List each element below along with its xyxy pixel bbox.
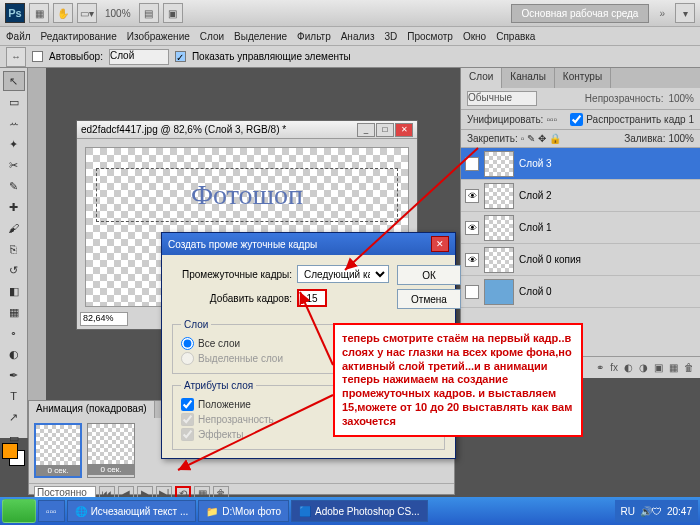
move-tool[interactable]: ↖	[3, 71, 25, 91]
menu-select[interactable]: Выделение	[234, 31, 287, 42]
new-layer-icon[interactable]: ▦	[669, 362, 678, 373]
layer-thumb[interactable]	[484, 247, 514, 273]
chevrons-icon[interactable]: »	[653, 8, 671, 19]
panel-menu-icon[interactable]: ▾	[675, 3, 695, 23]
layer-thumb[interactable]	[484, 183, 514, 209]
minimize-button[interactable]: _	[357, 123, 375, 137]
dialog-titlebar[interactable]: Создать проме жуточные кадры ✕	[162, 233, 455, 255]
maximize-button[interactable]: □	[376, 123, 394, 137]
menu-file[interactable]: Файл	[6, 31, 31, 42]
ok-button[interactable]: ОК	[397, 265, 461, 285]
fg-color[interactable]	[2, 443, 18, 459]
folder-icon[interactable]: ▣	[654, 362, 663, 373]
path-tool[interactable]: ↗	[3, 407, 25, 427]
heal-tool[interactable]: ✚	[3, 197, 25, 217]
layer-thumb[interactable]	[484, 215, 514, 241]
dodge-tool[interactable]: ◐	[3, 344, 25, 364]
type-tool[interactable]: T	[3, 386, 25, 406]
menu-3d[interactable]: 3D	[384, 31, 397, 42]
lasso-tool[interactable]: ꕀ	[3, 113, 25, 133]
eyedropper-tool[interactable]: ✎	[3, 176, 25, 196]
autoselect-dropdown[interactable]: Слой	[109, 49, 169, 65]
task-3[interactable]: 🟦Adobe Photoshop CS...	[291, 500, 428, 522]
tab-channels[interactable]: Каналы	[502, 68, 555, 88]
transform-box[interactable]: Фотошоп	[96, 168, 398, 222]
lang-indicator[interactable]: RU	[621, 506, 635, 517]
mask-icon[interactable]: ◐	[624, 362, 633, 373]
adj-icon[interactable]: ◑	[639, 362, 648, 373]
crop-tool[interactable]: ✂	[3, 155, 25, 175]
menu-window[interactable]: Окно	[463, 31, 486, 42]
eye-icon[interactable]: 👁	[465, 157, 479, 171]
frame-1[interactable]: 0 сек.	[34, 423, 82, 478]
menu-view[interactable]: Просмотр	[407, 31, 453, 42]
doc-zoom-field[interactable]: 82,64%	[80, 312, 128, 326]
menu-analysis[interactable]: Анализ	[341, 31, 375, 42]
layer-thumb[interactable]	[484, 279, 514, 305]
menu-layer[interactable]: Слои	[200, 31, 224, 42]
opacity-value[interactable]: 100%	[668, 93, 694, 104]
tray-icons[interactable]: 🔊🛡	[640, 506, 662, 517]
tab-layers[interactable]: Слои	[461, 68, 502, 88]
layer-name[interactable]: Слой 0	[519, 286, 552, 297]
bridge-icon[interactable]: ▦	[29, 3, 49, 23]
autoselect-checkbox[interactable]	[32, 51, 43, 62]
zoom-sel-icon[interactable]: ▭▾	[77, 3, 97, 23]
trash-icon[interactable]: 🗑	[684, 362, 694, 373]
tab-paths[interactable]: Контуры	[555, 68, 611, 88]
hand-icon[interactable]: ✋	[53, 3, 73, 23]
link-icon[interactable]: ⚭	[596, 362, 604, 373]
layer-row-0copy[interactable]: 👁 Слой 0 копия	[461, 244, 700, 276]
blur-tool[interactable]: ∘	[3, 323, 25, 343]
view-icon[interactable]: ▤	[139, 3, 159, 23]
tab-animation[interactable]: Анимация (покадровая)	[29, 401, 155, 418]
frames-to-add-input[interactable]	[297, 289, 327, 307]
start-button[interactable]	[2, 499, 36, 523]
task-2[interactable]: 📁D:\Мои фото	[198, 500, 289, 522]
brush-tool[interactable]: 🖌	[3, 218, 25, 238]
color-swatch[interactable]	[2, 443, 26, 473]
menu-edit[interactable]: Редактирование	[41, 31, 117, 42]
close-button[interactable]: ✕	[395, 123, 413, 137]
fx-icon[interactable]: fx	[610, 362, 618, 373]
doc-titlebar[interactable]: ed2fadcf4417.jpg @ 82,6% (Слой 3, RGB/8)…	[77, 121, 417, 139]
marquee-tool[interactable]: ▭	[3, 92, 25, 112]
eraser-tool[interactable]: ◧	[3, 281, 25, 301]
collapsed-panels[interactable]	[28, 68, 46, 438]
propagate-checkbox[interactable]	[570, 113, 583, 126]
quicklaunch[interactable]: ▫▫▫	[38, 500, 65, 522]
history-brush-tool[interactable]: ↺	[3, 260, 25, 280]
layer-name[interactable]: Слой 3	[519, 158, 552, 169]
layer-name[interactable]: Слой 2	[519, 190, 552, 201]
frame-2[interactable]: 0 сек.	[87, 423, 135, 478]
dialog-close-icon[interactable]: ✕	[431, 236, 449, 252]
layer-row-3[interactable]: 👁 Слой 3	[461, 148, 700, 180]
layer-name[interactable]: Слой 1	[519, 222, 552, 233]
layer-thumb[interactable]	[484, 151, 514, 177]
eye-icon[interactable]: 👁	[465, 189, 479, 203]
eye-icon[interactable]: 👁	[465, 221, 479, 235]
tween-with-select[interactable]: Следующий кадр	[297, 265, 389, 283]
cancel-button[interactable]: Отмена	[397, 289, 461, 309]
clock[interactable]: 20:47	[667, 506, 692, 517]
eye-icon[interactable]	[465, 285, 479, 299]
menu-image[interactable]: Изображение	[127, 31, 190, 42]
gradient-tool[interactable]: ▦	[3, 302, 25, 322]
frame-delay[interactable]: 0 сек.	[36, 465, 80, 476]
eye-icon[interactable]: 👁	[465, 253, 479, 267]
layer-name[interactable]: Слой 0 копия	[519, 254, 581, 265]
layer-row-1[interactable]: 👁 Слой 1	[461, 212, 700, 244]
menu-filter[interactable]: Фильтр	[297, 31, 331, 42]
workspace-button[interactable]: Основная рабочая среда	[511, 4, 650, 23]
blend-mode-select[interactable]: Обычные	[467, 91, 537, 106]
frame-delay[interactable]: 0 сек.	[88, 464, 134, 475]
screen-mode-icon[interactable]: ▣	[163, 3, 183, 23]
task-1[interactable]: 🌐Исчезающий текст ...	[67, 500, 197, 522]
layer-row-0[interactable]: Слой 0	[461, 276, 700, 308]
fill-value[interactable]: 100%	[668, 133, 694, 144]
wand-tool[interactable]: ✦	[3, 134, 25, 154]
layer-row-2[interactable]: 👁 Слой 2	[461, 180, 700, 212]
stamp-tool[interactable]: ⎘	[3, 239, 25, 259]
show-controls-checkbox[interactable]: ✓	[175, 51, 186, 62]
menu-help[interactable]: Справка	[496, 31, 535, 42]
